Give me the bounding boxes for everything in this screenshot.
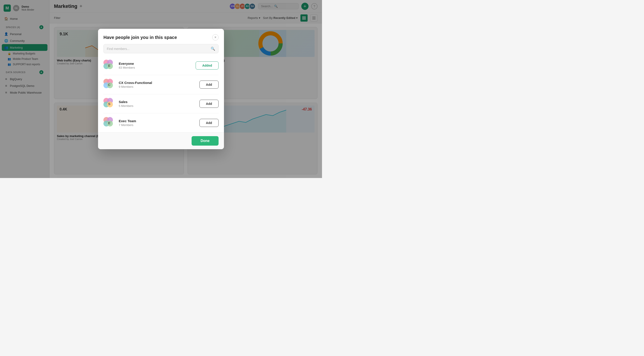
- cx-avatar: C: [104, 79, 115, 91]
- sales-add-button[interactable]: Add: [200, 100, 218, 108]
- modal-member-list: E Everyone 83 Members Added C CX: [98, 56, 224, 132]
- sales-avatar: S: [104, 98, 115, 110]
- modal-close-button[interactable]: ×: [212, 34, 218, 41]
- cx-count: 9 Members: [119, 85, 196, 89]
- modal-header: Have people join you in this space ×: [98, 29, 224, 44]
- modal-footer: Done: [98, 132, 224, 149]
- member-search-input[interactable]: [107, 47, 209, 51]
- member-row-cx: C CX Cross-Functional 9 Members Add: [104, 75, 218, 94]
- exec-info: Exec Team 7 Members: [119, 119, 196, 127]
- everyone-added-button[interactable]: Added: [196, 62, 218, 70]
- modal-overlay: Have people join you in this space × 🔍 E…: [0, 0, 322, 178]
- modal-search-container[interactable]: 🔍: [104, 44, 218, 53]
- sales-name: Sales: [119, 100, 196, 104]
- cx-info: CX Cross-Functional 9 Members: [119, 81, 196, 89]
- everyone-name: Everyone: [119, 62, 192, 66]
- exec-count: 7 Members: [119, 123, 196, 127]
- member-row-sales: S Sales 5 Members Add: [104, 94, 218, 113]
- sales-info: Sales 5 Members: [119, 100, 196, 108]
- done-button[interactable]: Done: [192, 136, 218, 146]
- everyone-avatar: E: [104, 60, 115, 71]
- sales-count: 5 Members: [119, 104, 196, 108]
- member-row-everyone: E Everyone 83 Members Added: [104, 56, 218, 75]
- member-row-exec: E Exec Team 7 Members Add: [104, 113, 218, 132]
- search-icon: 🔍: [211, 47, 215, 51]
- invite-modal: Have people join you in this space × 🔍 E…: [98, 29, 224, 149]
- everyone-count: 83 Members: [119, 66, 192, 69]
- exec-name: Exec Team: [119, 119, 196, 123]
- modal-title: Have people join you in this space: [104, 35, 177, 40]
- everyone-info: Everyone 83 Members: [119, 62, 192, 69]
- exec-add-button[interactable]: Add: [200, 119, 218, 127]
- cx-add-button[interactable]: Add: [200, 81, 218, 89]
- exec-avatar: E: [104, 117, 115, 129]
- cx-name: CX Cross-Functional: [119, 81, 196, 85]
